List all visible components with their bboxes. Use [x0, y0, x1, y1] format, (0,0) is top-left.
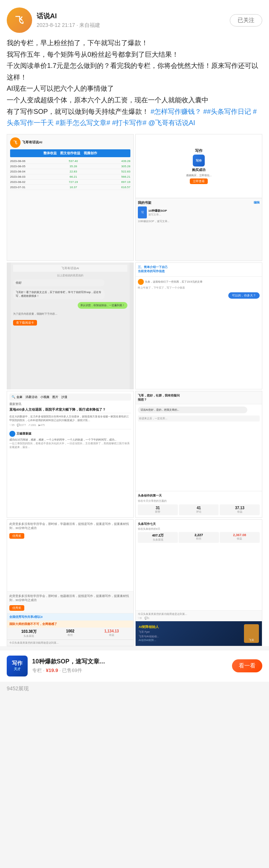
screenshot-stats2[interactable]: 头条写作七天 你在头条创作的4天 407.2万 头条展现 2,227 粉丝 2,… [135, 519, 262, 646]
product-icon-line1: 写作 [12, 660, 22, 667]
product-price: ¥19.9 [46, 668, 58, 673]
screenshot-chat3[interactable]: 飞哥，您好，社群，我有些疑问报您？ 话说AI您好，是的，把我文章的... 你进来… [135, 391, 262, 518]
avatar[interactable]: 飞 [7, 7, 32, 33]
post-header: 飞 话说AI 2023-8-12 21:17 · 来自福建 已关注 [7, 7, 262, 33]
content-paragraph-4: AI现在一人可以把六个人的事情做了 [7, 83, 262, 94]
image-grid-row4: 此突变多多没有给学历学会，那时候，学题都没有，提报是写作，提案是写作，提案素材找… [7, 519, 262, 646]
screenshot-news-search[interactable]: 🔍 金麻 消暑活动 小视频 图片 沙漫 最新资讯 某地400多人主动退医，医院手… [7, 391, 134, 518]
post-card: 飞 话说AI 2023-8-12 21:17 · 来自福建 已关注 我的专栏，早… [0, 0, 269, 646]
content-paragraph-3: 千次阅读单价1.7元是怎么做到的？看完我的专栏，你将会恍然大悟！原来写作还可以这… [7, 60, 262, 83]
image-grid-row3: 🔍 金麻 消暑活动 小视频 图片 沙漫 最新资讯 某地400多人主动退医，医院手… [7, 391, 262, 518]
hashtags[interactable]: #怎样写作赚钱？ ##头条写作日记 #头条写作一千天 #新手怎么写文章# #打卡… [7, 108, 257, 127]
product-icon-line2: 天才 [14, 667, 21, 672]
content-paragraph-5: 一个人变成超级个体，原本六个人的工资，现在一个人就能收入囊中 [7, 94, 262, 106]
image-grid-row2: 飞哥有话说AI 以上是他说的意思说的 你好 飞哥好！看了你的某文之后，买了你的专… [7, 262, 262, 389]
footer-views: 9452展现 [0, 682, 269, 696]
author-name: 话说AI [37, 12, 100, 21]
product-sold: 已售69件 [62, 668, 82, 673]
post-content: 我的专栏，早上粉丝拍了，下午就写出了爆款！ 我写作五年，每个矩阵号从0粉丝起号都… [7, 37, 262, 129]
author-meta: 2023-8-12 21:17 · 来自福建 [37, 22, 100, 29]
product-column-label: 专栏 [32, 668, 42, 673]
screenshot-stats1[interactable]: 此突变多多没有给学历学会，那时候，学题都没有，提报是写作，提案是写作，提案素材找… [7, 519, 134, 646]
screenshot-chat1[interactable]: 飞哥有话说AI 以上是他说的意思说的 你好 飞哥好！看了你的某文之后，买了你的专… [7, 262, 134, 389]
screenshot-revenue-table[interactable]: 飞 飞哥有话说AI 整体收益 图文创作收益 视频创作 2023-08-06537… [7, 134, 134, 261]
screenshot-purchase-bookshelf[interactable]: 写作 写作 购买成功 感谢购买，立即前往... 立即查看 我的书架编辑 写 10… [135, 134, 262, 261]
follow-button[interactable]: 已关注 [230, 14, 262, 27]
author-info: 话说AI 2023-8-12 21:17 · 来自福建 [37, 12, 100, 29]
product-meta: 专栏 · ¥19.9 · 已售69件 [32, 667, 228, 674]
author-section: 飞 话说AI 2023-8-12 21:17 · 来自福建 [7, 7, 100, 33]
content-paragraph-1: 我的专栏，早上粉丝拍了，下午就写出了爆款！ [7, 37, 262, 49]
image-grid-row1: 飞 飞哥有话说AI 整体收益 图文创作收益 视频创作 2023-08-06537… [7, 134, 262, 261]
content-paragraph-2: 我写作五年，每个矩阵号从0粉丝起号都拿到了巨大结果！ [7, 49, 262, 60]
product-info: 10种爆款SOP，速写文章… 专栏 · ¥19.9 · 已售69件 [32, 658, 228, 674]
see-button[interactable]: 看一看 [232, 659, 262, 672]
views-count: 9452展现 [7, 685, 29, 691]
product-icon: 写作 天才 [7, 656, 28, 676]
product-bar: 写作 天才 10种爆款SOP，速写文章… 专栏 · ¥19.9 · 已售69件 … [0, 650, 269, 682]
content-paragraph-6: 有了写作SOP，就可以做到每天持续产生爆款！ #怎样写作赚钱？ ##头条写作日记… [7, 106, 262, 129]
screenshot-chat2[interactable]: 三、简单介绍一下自己当前发布的写作信息 头条，这前给你们了一些东西，买了19.9… [135, 262, 262, 389]
product-title: 10种爆款SOP，速写文章… [32, 658, 228, 666]
